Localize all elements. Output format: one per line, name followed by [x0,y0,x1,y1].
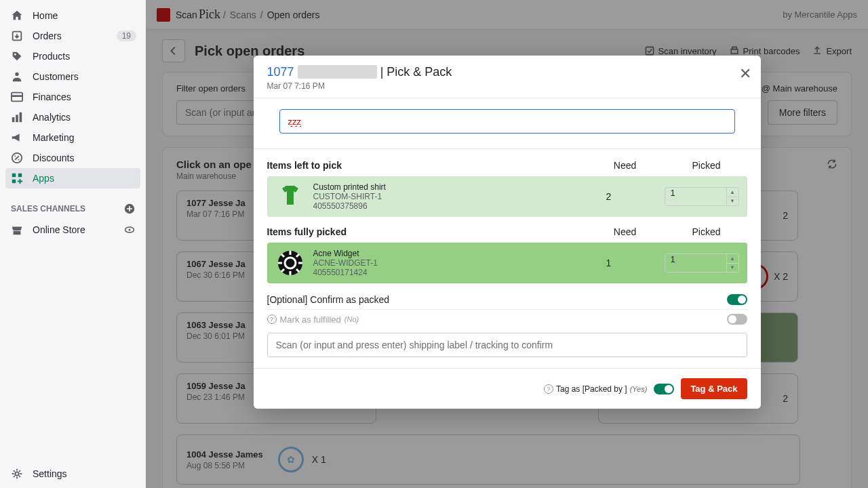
col-picked: Picked [666,226,747,237]
nav-apps[interactable]: Apps [5,168,140,188]
col-need: Need [585,160,666,171]
svg-rect-6 [16,115,18,122]
col-need: Need [585,226,666,237]
pick-pack-modal: 1077 Jesse James | Pick & Pack Mar 07 7:… [254,56,761,409]
nav-finances[interactable]: Finances [0,87,146,107]
modal-scan-input[interactable] [279,109,735,134]
shirt-icon [275,182,305,211]
nav-label: Marketing [33,132,74,143]
gear-icon [11,468,23,480]
mark-fulfilled-toggle[interactable] [727,314,747,325]
picked-qty-input[interactable]: 1 ▲▼ [665,253,739,272]
qty-spinner[interactable]: ▲▼ [726,188,738,205]
widget-icon [275,248,305,278]
orders-icon [11,30,23,42]
section-full-title: Items fully picked [267,226,585,237]
modal-title: 1077 Jesse James | Pick & Pack [267,65,747,79]
svg-point-9 [14,155,16,157]
card-icon [11,91,23,103]
nav-label: Products [33,51,70,62]
modal-timestamp: Mar 07 7:16 PM [267,81,747,91]
nav-label: Analytics [33,112,71,123]
eye-icon[interactable] [124,224,135,235]
shipping-scan-input[interactable]: Scan (or input and press enter) shipping… [267,333,747,357]
tag-packed-toggle[interactable] [654,384,674,394]
help-icon[interactable]: ? [544,384,553,394]
bars-icon [11,111,23,123]
nav-label: Orders [33,30,62,41]
sidebar-online-store[interactable]: Online Store [0,220,146,240]
qty-spinner[interactable]: ▲▼ [726,254,738,272]
orders-badge: 19 [117,30,136,41]
nav-label: Finances [33,92,71,102]
store-label: Online Store [33,224,85,235]
tag-pack-button[interactable]: Tag & Pack [681,378,747,399]
order-link[interactable]: 1077 [267,65,294,79]
svg-point-16 [128,228,130,230]
svg-rect-4 [12,95,22,97]
mark-fulfilled-label: ? Mark as fulfilled (No) [267,314,359,325]
confirm-packed-label: [Optional] Confirm as packed [267,294,390,305]
help-icon[interactable]: ? [267,314,277,324]
nav-label: Home [33,10,58,21]
apps-icon [11,172,23,184]
person-icon [11,70,23,83]
nav-discounts[interactable]: Discounts [0,148,146,168]
nav-customers[interactable]: Customers [0,66,146,87]
confirm-packed-toggle[interactable] [727,294,747,305]
nav-products[interactable]: Products [0,46,146,66]
nav-label: Customers [33,71,79,82]
tag-packed-label: ? Tag as [Packed by ] (Yes) [544,384,647,394]
need-value: 1 [568,258,650,268]
close-icon[interactable]: ✕ [739,65,751,83]
add-channel-icon[interactable] [124,203,135,214]
svg-point-10 [18,159,20,161]
nav-analytics[interactable]: Analytics [0,107,146,127]
nav-label: Discounts [33,152,74,163]
sidebar-settings[interactable]: Settings [0,460,146,488]
svg-point-17 [15,472,18,475]
section-left-title: Items left to pick [267,160,585,171]
nav-home[interactable]: Home [0,5,146,26]
home-icon [11,9,23,22]
svg-point-2 [15,73,18,76]
item-row-full: Acne Widget ACNE-WIDGET-1 405550171424 1… [267,243,747,283]
col-picked: Picked [666,160,747,171]
customer-name-redacted: Jesse James [298,65,377,79]
nav-marketing[interactable]: Marketing [0,127,146,148]
megaphone-icon [11,131,23,144]
svg-rect-5 [12,117,15,122]
nav-orders[interactable]: Orders 19 [0,26,146,46]
svg-rect-13 [12,180,16,183]
svg-rect-12 [18,174,22,177]
sales-channels-heading: SALES CHANNELS [11,204,85,214]
item-row-left: Custom printed shirt CUSTOM-SHIRT-1 4055… [267,176,747,217]
discount-icon [11,152,23,164]
need-value: 2 [568,191,650,202]
svg-rect-11 [12,174,16,177]
svg-rect-7 [20,113,22,122]
settings-label: Settings [33,468,67,479]
nav-label: Apps [33,173,54,184]
svg-point-1 [14,54,16,56]
picked-qty-input[interactable]: 1 ▲▼ [665,187,739,206]
tag-icon [11,50,23,62]
store-icon [11,224,23,236]
